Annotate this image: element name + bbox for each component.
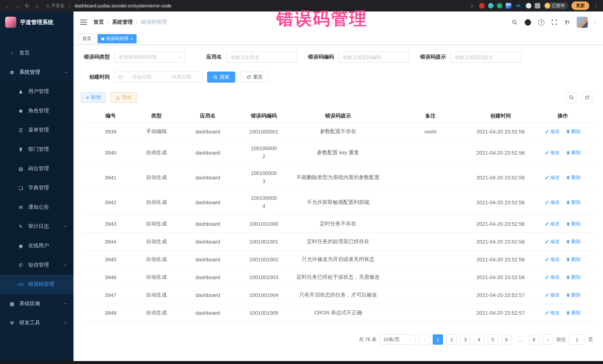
export-button[interactable]: 导出 bbox=[110, 92, 137, 103]
sidebar-menu: ◔ 首页 ⚙ 系统管理 › ♟ 用户管理 ♚ 角色管理 ☰ 菜单管理 ♜ 部门管… bbox=[0, 33, 73, 332]
sidebar-item-infra[interactable]: ▦ 基础设施 › bbox=[0, 294, 73, 313]
extension-icon-drop[interactable] bbox=[488, 3, 493, 9]
sidebar-item-home[interactable]: ◔ 首页 bbox=[0, 43, 73, 63]
page-button-1[interactable]: 1 bbox=[433, 334, 443, 345]
delete-link[interactable]: 删除 bbox=[566, 274, 581, 280]
delete-link[interactable]: 删除 bbox=[566, 199, 581, 206]
filter-label-time: 创建时间 bbox=[81, 74, 114, 80]
security-warning[interactable]: ⚠ 不安全 bbox=[46, 3, 65, 9]
notice-icon: ✉ bbox=[17, 204, 24, 210]
breadcrumb-home[interactable]: 首页 bbox=[93, 19, 104, 26]
cell-message: CRON 表达式不正确 bbox=[285, 304, 392, 321]
sidebar-item-label: 岗位管理 bbox=[28, 165, 49, 172]
github-icon[interactable] bbox=[525, 19, 531, 25]
user-avatar[interactable] bbox=[577, 17, 588, 28]
sidebar-item-sms[interactable]: ✆ 短信管理 › bbox=[0, 255, 73, 275]
add-button[interactable]: + 新增 bbox=[81, 92, 106, 103]
page-button-6[interactable]: 6 bbox=[501, 334, 512, 345]
app-logo[interactable]: 芋道管理系统 bbox=[0, 11, 73, 33]
breadcrumb-system[interactable]: 系统管理 bbox=[112, 19, 133, 26]
delete-link[interactable]: 删除 bbox=[566, 128, 581, 135]
page-button-2[interactable]: 2 bbox=[446, 334, 457, 345]
page-size-select[interactable]: 10条/页 › bbox=[380, 334, 416, 345]
refresh-icon[interactable] bbox=[581, 92, 593, 103]
dict-icon: ❏ bbox=[17, 185, 24, 191]
url-text[interactable]: dashboard.yudao.iocoder.cn/system/error-… bbox=[75, 3, 172, 8]
update-button[interactable]: 更新 bbox=[571, 1, 589, 10]
font-size-icon[interactable]: TT bbox=[565, 19, 570, 25]
cell-type: 手动编辑 bbox=[140, 122, 173, 140]
sidebar-item-audit-log[interactable]: ✎ 审计日志 › bbox=[0, 217, 73, 236]
create-time-range-picker[interactable]: 开始日期 - 结束日期 bbox=[114, 72, 203, 83]
back-icon[interactable]: ← bbox=[4, 3, 10, 9]
sidebar-item-user[interactable]: ♟ 用户管理 bbox=[0, 82, 73, 101]
tab-home[interactable]: 首页 bbox=[79, 34, 95, 43]
page-ellipsis[interactable]: ... bbox=[515, 334, 525, 345]
reload-icon[interactable]: ↻ bbox=[24, 3, 30, 9]
sidebar-toggle-icon[interactable] bbox=[80, 20, 87, 25]
cell-message: 不允许获取敏感配置到前端 bbox=[285, 190, 392, 215]
sidebar-item-system[interactable]: ⚙ 系统管理 › bbox=[0, 63, 73, 82]
page-button-8[interactable]: 8 bbox=[529, 334, 539, 345]
cell-actions: 修改 删除 bbox=[532, 165, 594, 190]
sidebar-item-label: 字典管理 bbox=[28, 185, 49, 191]
sidebar-item-menu[interactable]: ☰ 菜单管理 bbox=[0, 121, 73, 140]
audit-log-icon: ✎ bbox=[17, 224, 24, 229]
reset-button[interactable]: 重置 bbox=[241, 72, 269, 83]
close-tab-icon[interactable]: × bbox=[130, 36, 133, 41]
edit-link[interactable]: 修改 bbox=[545, 199, 560, 206]
browser-home-icon[interactable]: ⌂ bbox=[34, 3, 40, 9]
extension-icon-grid[interactable] bbox=[506, 3, 511, 9]
app-name-input[interactable] bbox=[226, 52, 298, 63]
edit-link[interactable]: 修改 bbox=[545, 256, 560, 263]
search-button[interactable]: 搜索 bbox=[207, 72, 235, 83]
help-icon[interactable]: ? bbox=[538, 19, 545, 25]
delete-link[interactable]: 删除 bbox=[566, 149, 581, 156]
header-search-icon[interactable] bbox=[512, 19, 518, 25]
edit-link[interactable]: 修改 bbox=[545, 149, 560, 156]
sidebar-item-dept[interactable]: ♜ 部门管理 bbox=[0, 140, 73, 159]
delete-link[interactable]: 删除 bbox=[566, 309, 581, 316]
menu-kebab-icon[interactable]: ⋮ bbox=[593, 3, 599, 9]
error-code-input[interactable] bbox=[338, 52, 410, 63]
next-page-button[interactable]: › bbox=[543, 334, 553, 345]
extension-icon-check[interactable]: ✓ bbox=[497, 3, 502, 9]
extension-icon-vpn[interactable]: on bbox=[514, 3, 522, 8]
edit-link[interactable]: 修改 bbox=[545, 274, 560, 280]
error-type-select[interactable]: 请选择错误码类型 › bbox=[114, 52, 186, 63]
delete-link[interactable]: 删除 bbox=[566, 220, 581, 227]
sidebar-item-online-user[interactable]: ◉ 在线用户 bbox=[0, 236, 73, 255]
sidebar-item-post[interactable]: ▤ 岗位管理 bbox=[0, 159, 73, 178]
page-button-4[interactable]: 4 bbox=[474, 334, 484, 345]
edit-link[interactable]: 修改 bbox=[545, 309, 560, 316]
extensions-puzzle-icon[interactable] bbox=[534, 3, 540, 9]
browser-profile-chip[interactable]: 已暂停 bbox=[544, 2, 568, 9]
toggle-search-icon[interactable] bbox=[566, 92, 577, 103]
delete-link[interactable]: 删除 bbox=[566, 292, 581, 298]
edit-link[interactable]: 修改 bbox=[545, 292, 560, 298]
forward-icon[interactable]: → bbox=[14, 3, 20, 9]
extension-icon-red[interactable] bbox=[479, 3, 485, 9]
edit-link[interactable]: 修改 bbox=[545, 238, 560, 245]
delete-link[interactable]: 删除 bbox=[566, 256, 581, 263]
edit-link[interactable]: 修改 bbox=[545, 174, 560, 181]
fullscreen-icon[interactable] bbox=[552, 19, 557, 25]
sidebar-item-dict[interactable]: ❏ 字典管理 bbox=[0, 178, 73, 198]
sidebar-item-error-code[interactable]: </> 错误码管理 bbox=[0, 275, 73, 294]
goto-page-input[interactable] bbox=[569, 334, 585, 345]
delete-link[interactable]: 删除 bbox=[566, 174, 581, 181]
delete-link[interactable]: 删除 bbox=[566, 238, 581, 245]
sidebar-item-role[interactable]: ♚ 角色管理 bbox=[0, 101, 73, 121]
edit-link[interactable]: 修改 bbox=[545, 220, 560, 227]
tab-error-code[interactable]: 错误码管理 × bbox=[98, 34, 137, 43]
sidebar-item-dev-tools[interactable]: ⚒ 研发工具 › bbox=[0, 313, 73, 332]
page-button-3[interactable]: 3 bbox=[460, 334, 471, 345]
extension-icon-paw[interactable] bbox=[526, 3, 531, 9]
page-button-5[interactable]: 5 bbox=[487, 334, 498, 345]
avatar-chevron-down-icon[interactable]: › bbox=[593, 22, 598, 23]
edit-link[interactable]: 修改 bbox=[545, 128, 560, 135]
sidebar-item-notice[interactable]: ✉ 通知公告 bbox=[0, 198, 73, 217]
bookmark-star-icon[interactable]: ☆ bbox=[469, 3, 475, 9]
prev-page-button[interactable]: ‹ bbox=[419, 334, 429, 345]
error-hint-input[interactable] bbox=[451, 52, 522, 63]
